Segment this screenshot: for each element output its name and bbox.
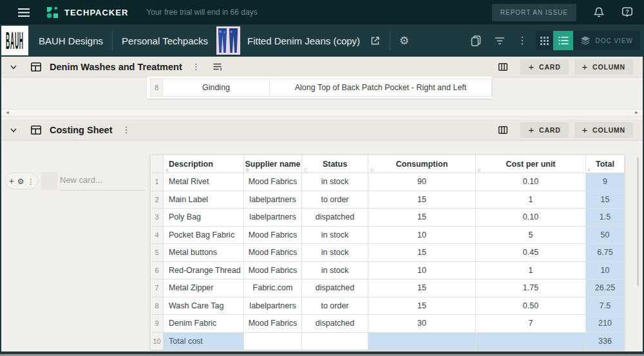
cell-total[interactable]: 15 — [586, 191, 625, 209]
row-number-cell[interactable]: 9 — [151, 315, 164, 333]
cell-cost-per-unit[interactable]: 1.75 — [476, 279, 586, 297]
row-number-cell[interactable]: 5 — [151, 244, 164, 262]
cell-total[interactable]: 10 — [586, 261, 625, 279]
row-number-cell[interactable]: 1 — [151, 173, 164, 191]
cell-consumption[interactable]: 90 — [368, 173, 476, 191]
new-card-input[interactable] — [60, 173, 145, 191]
cell-supplier-name[interactable] — [244, 332, 302, 350]
cell-supplier-name[interactable]: Mood Fabrics — [244, 173, 302, 191]
cell-description[interactable]: Wash Care Tag — [164, 297, 244, 315]
cell-cost-per-unit[interactable]: 0.50 — [476, 297, 586, 315]
cell-consumption[interactable]: 30 — [368, 315, 476, 333]
column-header-supplier-name[interactable]: Supplier nameB — [244, 155, 302, 173]
row-number-cell[interactable]: 6 — [151, 261, 164, 279]
doc-view-button[interactable]: DOC VIEW — [573, 31, 640, 50]
cell-supplier-name[interactable]: Mood Fabrics — [244, 261, 302, 279]
filter-icon[interactable] — [493, 34, 506, 47]
row-number-cell[interactable]: 4 — [151, 226, 164, 244]
cell-description[interactable]: Denim Fabric — [164, 315, 244, 333]
row-number-cell[interactable]: 3 — [151, 209, 164, 227]
cell-consumption[interactable]: 10 — [368, 261, 476, 279]
scroll-left-arrow-icon[interactable] — [5, 109, 10, 116]
cell-total[interactable]: 1.5 — [586, 209, 625, 227]
cell-status[interactable] — [302, 332, 368, 350]
cell-consumption[interactable]: 15 — [368, 279, 476, 297]
cell-description[interactable]: Metal Rivet — [164, 173, 244, 191]
cell-consumption[interactable]: 15 — [368, 244, 476, 262]
breadcrumb-workspace[interactable]: Personal Techpacks — [122, 35, 208, 46]
cell-description[interactable]: Pocket Bag Fabric — [164, 226, 244, 244]
cell-status[interactable]: in stock — [302, 226, 368, 244]
row-number-cell[interactable]: 10 — [151, 332, 164, 350]
manage-columns-icon[interactable] — [497, 124, 509, 136]
row-number-cell[interactable]: 8 — [151, 297, 164, 315]
cell-total[interactable]: 336 — [586, 332, 625, 350]
cell-total[interactable]: 210 — [586, 315, 625, 333]
cell-status[interactable]: in stock — [302, 261, 368, 279]
scroll-right-arrow-icon[interactable] — [634, 109, 639, 116]
cell-status[interactable]: dispatched — [302, 209, 368, 227]
more-options-kebab-icon[interactable] — [27, 175, 34, 187]
cell-description[interactable]: Main Label — [164, 191, 244, 209]
cell-cost-per-unit[interactable]: 0.10 — [476, 209, 586, 227]
settings-gear-icon[interactable] — [17, 175, 24, 187]
cell-cost-per-unit[interactable]: 5 — [476, 226, 586, 244]
techpack-settings-gear-icon[interactable]: ⚙ — [399, 34, 409, 48]
cell-consumption[interactable]: 10 — [368, 226, 476, 244]
cell-description[interactable]: Total cost — [164, 332, 244, 350]
section-kebab-menu-icon[interactable] — [122, 125, 130, 135]
cell-total[interactable]: 26.25 — [586, 279, 625, 297]
cell-supplier-name[interactable]: labelpartners — [244, 191, 302, 209]
column-header-cost-per-unit[interactable]: Cost per unitE — [476, 155, 586, 173]
list-view-button-active[interactable] — [553, 31, 573, 50]
report-issue-button[interactable]: REPORT AN ISSUE — [492, 4, 576, 21]
cell-consumption[interactable] — [368, 332, 476, 350]
section-kebab-menu-icon[interactable] — [192, 62, 200, 71]
help-feedback-icon[interactable]: ? — [621, 6, 634, 19]
cell-consumption[interactable]: 15 — [368, 209, 476, 227]
cell-supplier-name[interactable]: Mood Fabrics — [244, 244, 302, 262]
cell-consumption[interactable]: 15 — [368, 297, 476, 315]
cell-status[interactable]: to order — [302, 297, 368, 315]
row-number-cell[interactable]: 8 — [150, 79, 163, 97]
cell-total[interactable]: 7.5 — [586, 297, 625, 315]
card-drag-handle[interactable] — [41, 172, 57, 190]
row-number-cell[interactable]: 7 — [151, 279, 164, 297]
process-cell[interactable]: Ginding — [163, 79, 270, 97]
techpack-title[interactable]: Fitted Denim Jeans (copy) — [247, 35, 360, 46]
cell-consumption[interactable]: 15 — [368, 191, 476, 209]
vertical-scrollbar[interactable] — [637, 157, 639, 286]
cell-status[interactable]: in stock — [302, 173, 368, 191]
column-header-total[interactable]: TotalF — [586, 155, 625, 173]
add-column-button[interactable]: COLUMN — [574, 59, 633, 75]
cell-cost-per-unit[interactable]: 7 — [476, 315, 586, 333]
add-card-button[interactable]: CARD — [520, 122, 568, 138]
hamburger-menu-icon[interactable] — [17, 8, 30, 17]
cell-cost-per-unit[interactable]: 1 — [476, 191, 586, 209]
cell-total[interactable]: 6.75 — [586, 244, 625, 262]
notifications-bell-icon[interactable] — [592, 6, 605, 19]
add-card-button[interactable]: CARD — [520, 59, 568, 75]
company-logo[interactable]: BAUH — [1, 26, 28, 55]
breadcrumb-company[interactable]: BAUH Designs — [39, 35, 103, 46]
cell-cost-per-unit[interactable] — [476, 332, 586, 350]
add-column-button[interactable]: COLUMN — [574, 122, 633, 138]
section-list-options-icon[interactable] — [213, 62, 223, 71]
horizontal-scrollbar[interactable] — [1, 109, 643, 117]
manage-columns-icon[interactable] — [497, 61, 509, 73]
duplicate-pages-icon[interactable] — [469, 34, 482, 47]
cell-supplier-name[interactable]: Mood Fabrics — [244, 315, 302, 333]
cell-supplier-name[interactable]: Fabric.com — [244, 279, 302, 297]
cell-total[interactable]: 50 — [586, 226, 625, 244]
add-icon[interactable] — [9, 175, 14, 187]
placement-cell[interactable]: Along Top of Back Patch Pocket - Right a… — [270, 79, 492, 97]
open-external-icon[interactable] — [370, 35, 381, 46]
cell-cost-per-unit[interactable]: 0.10 — [476, 173, 586, 191]
cell-description[interactable]: Poly Bag — [164, 209, 244, 227]
cell-supplier-name[interactable]: labelpartners — [244, 297, 302, 315]
cell-supplier-name[interactable]: Mood Fabrics — [244, 226, 302, 244]
column-header-status[interactable]: StatusC — [302, 155, 368, 173]
cell-description[interactable]: Red-Orange Thread — [164, 261, 244, 279]
cell-status[interactable]: dispatched — [302, 279, 368, 297]
cell-status[interactable]: dispatched — [302, 315, 368, 333]
